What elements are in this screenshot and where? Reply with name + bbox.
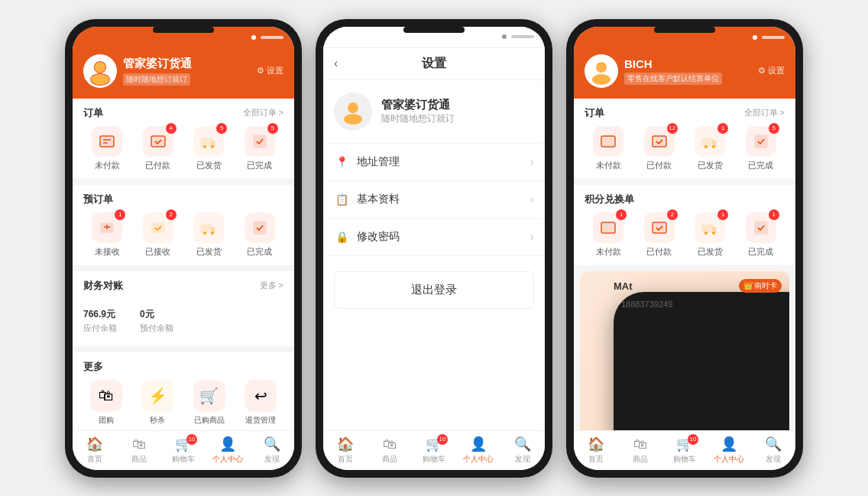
nav-discover-3[interactable]: 🔍 发现 [751,431,795,470]
preorder-shipped[interactable]: 已发货 [185,212,233,258]
nav-discover-1[interactable]: 🔍 发现 [250,431,294,470]
points-paid[interactable]: 2 已付款 [636,212,684,258]
points-shipped[interactable]: 1 已发货 [686,212,734,258]
more-item-group-buy[interactable]: 🛍 团购 [83,380,129,426]
nav-home-2[interactable]: 🏠 首页 [323,431,368,470]
header-user-1: 管家婆订货通 随时随地想订就订 [83,54,192,88]
member-card[interactable]: MAt 18883739249 👑 南时卡 1962.9元 可用余额 ▶ 794… [580,271,789,430]
nav-products-2[interactable]: 🛍 商品 [368,431,412,470]
order-label-shipped: 已发货 [196,160,222,171]
nav-cart-3[interactable]: 🛒 10 购物车 [662,431,707,470]
more-item-purchased[interactable]: 🛒 已购商品 [186,380,232,426]
svg-point-18 [211,232,214,235]
settings-btn-1[interactable]: ⚙ 设置 [257,65,283,76]
preorder-done[interactable]: 已完成 [236,212,284,258]
order-item-unpaid[interactable]: 未付款 [83,126,131,171]
svg-point-17 [203,232,206,235]
order3-done[interactable]: 5 已完成 [737,126,785,171]
profile-info-icon: 📋 [334,192,349,207]
order-item-done[interactable]: 5 已完成 [236,126,284,171]
points-unpaid[interactable]: 1 未付款 [585,212,633,258]
menu-item-profile[interactable]: 📋 基本资料 › [323,181,545,219]
phone-notch-2 [403,27,465,33]
settings-menu: 📍 地址管理 › 📋 基本资料 › 🔒 修改密码 › [323,144,545,256]
nav-profile-1[interactable]: 👤 个人中心 [206,431,250,470]
order3-unpaid[interactable]: 未付款 [585,126,633,171]
orders-link-1[interactable]: 全部订单 > [243,107,283,118]
nav-home-3[interactable]: 🏠 首页 [574,431,618,470]
badge-done-1: 5 [267,123,278,134]
svg-rect-26 [653,136,666,147]
app-name-1: 管家婆订货通 [123,57,192,71]
points-orders-section: 积分兑换单 1 未付款 [574,185,795,265]
nav-products-1[interactable]: 🛍 商品 [117,431,161,470]
orders-section-3: 订单 全部订单 > 未付款 [574,99,795,179]
finance-section-1: 财务对账 更多 > 766.9元 应付余额 0元 预付余额 [73,271,294,346]
profile-icon-3: 👤 [721,436,737,452]
app-content-1[interactable]: 订单 全部订单 > 未付款 [73,99,294,430]
badge-paid-1: 4 [166,123,177,134]
nav-cart-2[interactable]: 🛒 10 购物车 [412,431,456,470]
preorders-title-1: 预订单 [83,193,113,206]
bottom-nav-1: 🏠 首页 🛍 商品 🛒 10 购物车 👤 个人中心 🔍 发现 [73,430,294,470]
app-sub-3: 零售在线客户默认结算单位 [624,73,722,85]
badge-shipped-1: 5 [216,123,227,134]
order3-shipped[interactable]: 1 已发货 [686,126,734,171]
nav-cart-1[interactable]: 🛒 10 购物车 [161,431,206,470]
home-icon-2: 🏠 [337,436,354,452]
svg-rect-13 [254,135,266,148]
back-button[interactable]: ‹ [334,57,338,70]
points-done[interactable]: 1 已完成 [737,212,785,258]
order3-paid[interactable]: 12 已付款 [636,126,684,171]
menu-item-password[interactable]: 🔒 修改密码 › [323,219,545,256]
nav-products-3[interactable]: 🛍 商品 [618,431,662,470]
menu-arrow-profile: › [530,193,534,206]
svg-point-12 [211,145,214,148]
orders-link-3[interactable]: 全部订单 > [744,107,785,118]
finance-link-1[interactable]: 更多 > [260,280,283,291]
finance-title-1: 财务对账 [83,279,123,293]
order-item-shipped[interactable]: 5 已发货 [185,126,233,171]
nav-discover-2[interactable]: 🔍 发现 [500,431,545,470]
points-title: 积分兑换单 [585,193,634,206]
products-icon-3: 🛍 [633,436,647,452]
logout-button[interactable]: 退出登录 [334,271,534,309]
member-info: MAt 18883739249 [614,280,789,430]
bottom-nav-3: 🏠 首页 🛍 商品 🛒 10 购物车 👤 个人中心 🔍 发现 [574,430,795,470]
orders-title-1: 订单 [83,106,103,120]
preorder-received[interactable]: 2 已接收 [134,212,183,258]
header-info-1: 管家婆订货通 随时随地想订就订 [123,57,192,86]
orders-grid-1: 未付款 4 已付款 [83,126,283,171]
password-icon: 🔒 [334,229,349,245]
preorder-unreceived[interactable]: 1 未接收 [83,212,131,258]
home-icon-1: 🏠 [86,436,103,452]
nav-profile-3[interactable]: 👤 个人中心 [707,431,751,470]
prepaid-amount: 0元 预付余额 [140,303,173,334]
nav-home-1[interactable]: 🏠 首页 [73,431,117,470]
svg-rect-34 [653,222,666,233]
svg-point-30 [712,145,715,148]
settings-avatar [334,92,372,131]
products-icon-1: 🛍 [132,436,146,452]
svg-rect-39 [755,222,767,234]
settings-profile-info: 管家婆订货通 随时随地想订就订 [381,98,455,125]
app-sub-1: 随时随地想订就订 [123,73,190,86]
more-item-return[interactable]: ↩ 退货管理 [238,380,284,426]
status-line-2 [511,35,534,38]
orders-section-1: 订单 全部订单 > 未付款 [73,99,294,179]
app-header-1: 管家婆订货通 随时随地想订就订 ⚙ 设置 [73,48,294,99]
menu-item-address[interactable]: 📍 地址管理 › [323,144,545,181]
settings-app-sub: 随时随地想订就订 [381,112,455,125]
nav-profile-2[interactable]: 👤 个人中心 [456,431,500,470]
menu-text-profile: 基本资料 [357,193,523,206]
status-line [261,36,283,39]
svg-point-38 [712,232,715,235]
svg-rect-28 [702,138,713,146]
more-item-flash[interactable]: ⚡ 秒杀 [135,380,181,426]
settings-btn-3[interactable]: ⚙ 设置 [758,65,785,76]
phone-notch [153,27,214,33]
app-content-3[interactable]: 订单 全部订单 > 未付款 [574,99,795,430]
svg-rect-10 [201,138,212,146]
order-item-paid[interactable]: 4 已付款 [134,126,183,171]
menu-arrow-password: › [530,230,534,244]
